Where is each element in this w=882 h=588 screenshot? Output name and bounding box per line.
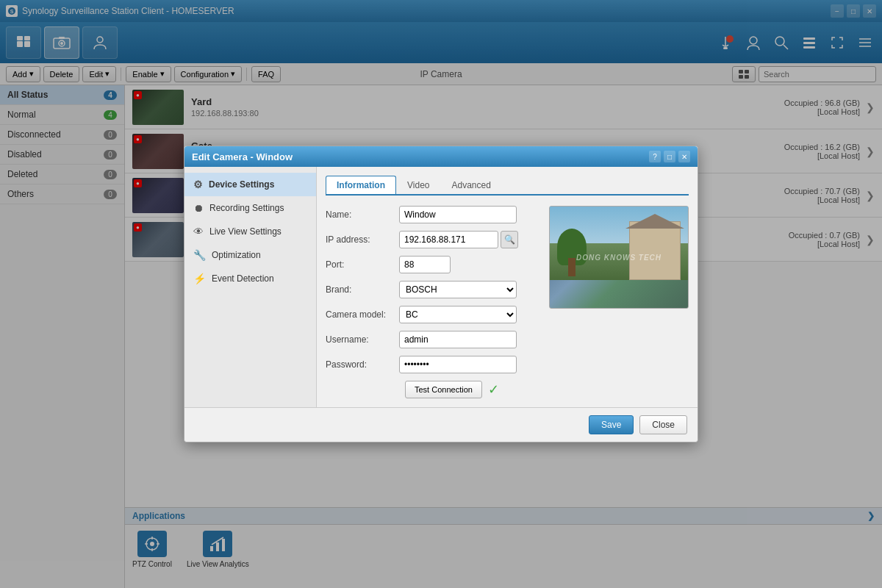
tab-advanced[interactable]: Advanced	[440, 176, 501, 194]
form-row-model: Camera model: BC	[326, 306, 540, 323]
form-row-brand: Brand: BOSCH	[326, 281, 540, 298]
modal-close-button[interactable]: ✕	[678, 151, 690, 162]
modal-form-area: Name: IP address: 🔍 Port:	[326, 206, 689, 398]
modal-tabs: Information Video Advanced	[326, 176, 689, 196]
ip-field[interactable]	[399, 231, 498, 248]
device-settings-icon: ⚙	[193, 179, 203, 190]
port-field[interactable]	[399, 256, 451, 273]
modal-sidebar-device-settings[interactable]: ⚙ Device Settings	[184, 173, 316, 196]
connection-success-icon: ✓	[488, 381, 499, 398]
event-detection-icon: ⚡	[193, 273, 206, 284]
tab-information[interactable]: Information	[326, 176, 396, 194]
form-row-ip: IP address: 🔍	[326, 231, 540, 248]
ip-input-group: 🔍	[399, 231, 518, 248]
modal-sidebar-event-detection[interactable]: ⚡ Event Detection	[184, 267, 316, 290]
modal-maximize-button[interactable]: □	[664, 151, 675, 162]
brand-select[interactable]: BOSCH	[399, 281, 517, 298]
username-field[interactable]	[399, 331, 517, 348]
camera-model-select[interactable]: BC	[399, 306, 517, 323]
modal-footer: Save Close	[184, 407, 698, 442]
modal-body: ⚙ Device Settings ⏺ Recording Settings 👁…	[184, 167, 698, 407]
save-button[interactable]: Save	[589, 415, 634, 434]
modal-content: Information Video Advanced Name: IP addr…	[317, 167, 698, 407]
name-field[interactable]	[399, 206, 517, 223]
modal-title: Edit Camera - Window	[192, 151, 293, 162]
modal-sidebar-live-view-settings[interactable]: 👁 Live View Settings	[184, 220, 316, 243]
modal-sidebar-recording-settings[interactable]: ⏺ Recording Settings	[184, 196, 316, 220]
modal-title-bar: Edit Camera - Window ? □ ✕	[184, 146, 698, 167]
recording-settings-icon: ⏺	[193, 202, 204, 214]
modal-title-controls: ? □ ✕	[649, 151, 690, 162]
form-row-username: Username:	[326, 331, 540, 348]
form-row-password: Password:	[326, 356, 540, 373]
optimization-icon: 🔧	[193, 249, 206, 261]
live-view-settings-icon: 👁	[193, 226, 204, 237]
edit-camera-modal: Edit Camera - Window ? □ ✕ ⚙ Device Sett…	[184, 146, 698, 442]
camera-preview-image: DONG KNOWS TECH	[549, 206, 689, 309]
form-fields: Name: IP address: 🔍 Port:	[326, 206, 540, 398]
tab-video[interactable]: Video	[396, 176, 440, 194]
modal-help-button[interactable]: ?	[649, 151, 661, 162]
password-field[interactable]	[399, 356, 517, 373]
close-modal-button[interactable]: Close	[639, 415, 687, 434]
camera-preview: DONG KNOWS TECH	[540, 206, 689, 398]
test-connection-button[interactable]: Test Connection	[405, 381, 482, 398]
form-row-name: Name:	[326, 206, 540, 223]
modal-sidebar-optimization[interactable]: 🔧 Optimization	[184, 243, 316, 267]
form-row-port: Port:	[326, 256, 540, 273]
modal-sidebar: ⚙ Device Settings ⏺ Recording Settings 👁…	[184, 167, 317, 407]
test-connection-area: Test Connection ✓	[326, 381, 540, 398]
ip-search-button[interactable]: 🔍	[501, 231, 518, 248]
modal-overlay: Edit Camera - Window ? □ ✕ ⚙ Device Sett…	[0, 0, 882, 588]
